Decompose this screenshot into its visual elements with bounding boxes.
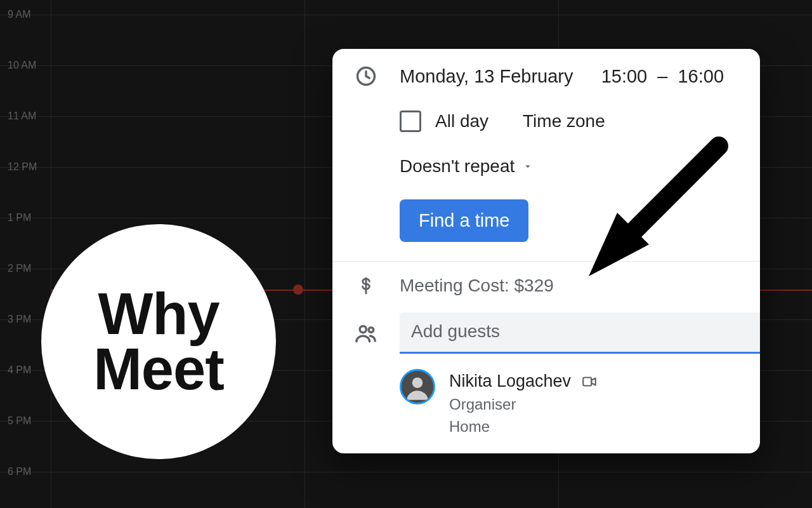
add-guests-placeholder: Add guests: [411, 321, 500, 341]
guest-role: Organiser: [449, 394, 598, 416]
time-zone-link[interactable]: Time zone: [523, 111, 605, 131]
logo-line-1: Why: [98, 286, 219, 342]
event-date[interactable]: Monday, 13 February: [400, 66, 573, 87]
event-start-time[interactable]: 15:00: [601, 66, 648, 87]
event-date-time[interactable]: Monday, 13 February 15:00 – 16:00: [400, 66, 760, 87]
find-a-time-button[interactable]: Find a time: [400, 199, 528, 242]
all-day-checkbox[interactable]: [400, 110, 421, 132]
add-guests-input[interactable]: Add guests: [400, 312, 760, 354]
clock-icon: [355, 65, 377, 88]
svg-rect-5: [583, 377, 591, 385]
video-icon: [581, 373, 598, 390]
people-icon: [354, 321, 378, 345]
svg-point-4: [412, 377, 423, 388]
repeat-label: Doesn't repeat: [400, 156, 514, 177]
meeting-cost-label: Meeting Cost: $329: [400, 276, 554, 295]
svg-point-1: [360, 326, 366, 332]
event-end-time[interactable]: 16:00: [678, 66, 724, 87]
why-meet-logo: Why Meet: [41, 224, 276, 459]
repeat-dropdown[interactable]: Doesn't repeat: [400, 156, 760, 177]
avatar[interactable]: [400, 369, 435, 404]
dollar-icon: [356, 276, 376, 296]
guest-location: Home: [449, 416, 598, 438]
event-editor-card: Monday, 13 February 15:00 – 16:00 All da…: [332, 49, 760, 453]
logo-line-2: Meet: [93, 342, 224, 397]
all-day-label[interactable]: All day: [435, 111, 488, 131]
chevron-down-icon: [522, 161, 534, 172]
guest-name[interactable]: Nikita Logachev: [449, 369, 571, 394]
svg-point-2: [369, 327, 374, 332]
